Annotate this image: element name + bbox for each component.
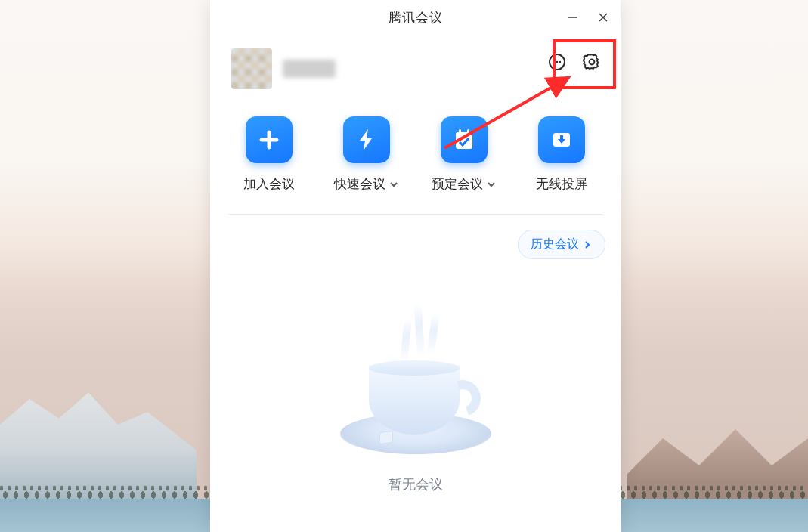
avatar[interactable]	[231, 48, 272, 89]
chat-bubble-icon	[547, 52, 567, 75]
chevron-right-icon	[582, 240, 593, 250]
history-meetings-button[interactable]: 历史会议	[518, 230, 605, 259]
minimize-button[interactable]	[560, 5, 586, 30]
coffee-cup-illustration	[333, 295, 499, 462]
action-schedule-meeting[interactable]: 预定会议	[423, 116, 505, 193]
chat-button[interactable]	[542, 48, 572, 79]
username-redacted	[283, 60, 336, 78]
svg-rect-10	[260, 138, 278, 141]
plus-icon	[246, 116, 293, 163]
window-controls	[560, 0, 616, 35]
history-label: 历史会议	[531, 237, 579, 252]
empty-state-label: 暂无会议	[389, 475, 443, 493]
svg-point-7	[590, 60, 595, 65]
action-label: 无线投屏	[536, 175, 587, 193]
action-label: 快速会议	[334, 175, 385, 193]
actions-grid: 加入会议 快速会议 预定会议	[210, 94, 621, 214]
svg-rect-13	[459, 129, 461, 135]
action-wireless-cast[interactable]: 无线投屏	[521, 116, 602, 193]
screen-cast-icon	[538, 116, 585, 163]
gear-icon	[582, 52, 602, 75]
calendar-check-icon	[441, 116, 488, 163]
action-join-meeting[interactable]: 加入会议	[228, 116, 310, 193]
titlebar: 腾讯会议	[210, 0, 621, 35]
svg-rect-12	[456, 132, 472, 138]
close-button[interactable]	[590, 5, 616, 30]
history-row: 历史会议	[210, 215, 621, 259]
lightning-icon	[343, 116, 390, 163]
action-label: 加入会议	[243, 175, 295, 193]
svg-point-6	[559, 61, 561, 63]
app-window: 腾讯会议	[210, 0, 621, 532]
empty-state: 暂无会议	[210, 295, 621, 493]
wallpaper-right	[596, 305, 808, 532]
profile-row	[210, 35, 621, 94]
action-label: 预定会议	[432, 175, 483, 193]
window-title: 腾讯会议	[389, 9, 443, 26]
action-quick-meeting[interactable]: 快速会议	[326, 116, 407, 193]
wallpaper-left	[0, 305, 212, 532]
settings-button[interactable]	[577, 48, 607, 79]
chevron-down-icon	[486, 179, 497, 190]
svg-rect-14	[467, 129, 469, 135]
svg-point-4	[553, 61, 555, 63]
top-icons	[542, 48, 607, 79]
chevron-down-icon	[389, 179, 399, 190]
svg-point-5	[556, 61, 558, 63]
